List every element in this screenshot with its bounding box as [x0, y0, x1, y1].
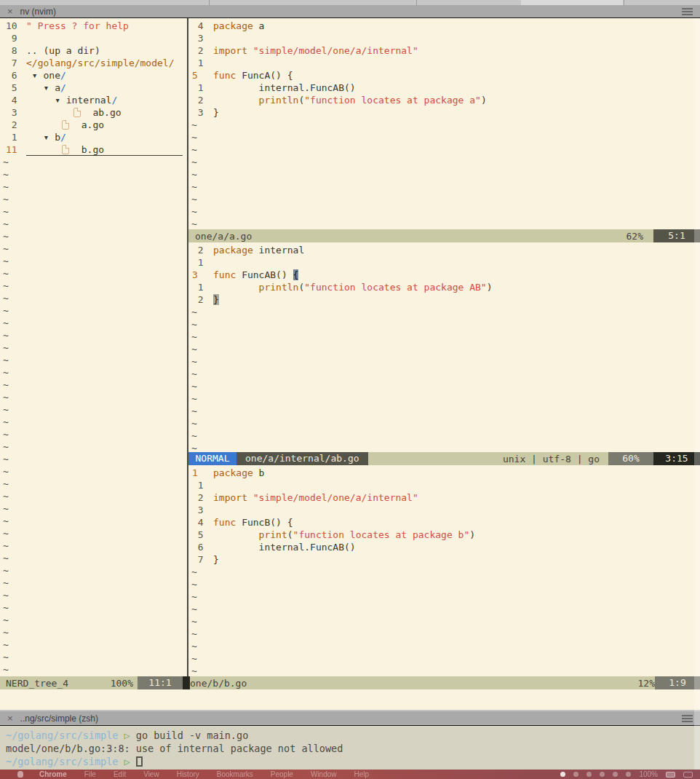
buffer-line[interactable]: 2 a.go [0, 119, 187, 131]
cursor-position-badge: 3:15 [653, 452, 700, 465]
buffer-line[interactable]: 6 ▾ one/ [0, 69, 187, 82]
status-dot-icon[interactable] [600, 772, 605, 777]
status-dot-icon[interactable] [613, 772, 618, 777]
line-number: 2 [192, 244, 204, 256]
buffer-line[interactable]: 11 b.go [0, 143, 187, 156]
status-dot-icon[interactable] [626, 772, 631, 777]
line-number: 4 [192, 20, 204, 32]
status-dot-icon[interactable] [573, 772, 578, 777]
buffer-line[interactable]: 3} [188, 106, 700, 119]
empty-line-tilde: ~ [188, 193, 700, 205]
text-segment: a [253, 20, 265, 31]
line-number: 3 [6, 106, 17, 119]
apple-logo-icon[interactable] [17, 771, 23, 778]
empty-line-tilde: ~ [0, 601, 187, 614]
buffer-line[interactable]: 5 print("function locates at package b") [188, 529, 700, 541]
hamburger-menu-icon[interactable] [682, 11, 693, 12]
text-segment: println [213, 282, 298, 293]
line-number: 3 [192, 32, 204, 44]
menubar-item-bookmarks[interactable]: Bookmarks [217, 770, 253, 778]
empty-line-tilde: ~ [0, 527, 187, 539]
line-text: package internal [213, 245, 304, 256]
buffer-line[interactable]: 9 [0, 32, 187, 44]
buffer-line[interactable]: 4 ▾ internal/ [0, 94, 187, 106]
input-source-icon[interactable] [683, 772, 693, 778]
menubar-item-view[interactable]: View [143, 770, 159, 778]
file-icon [73, 108, 81, 117]
buffer-line[interactable]: 2import "simple/model/one/a/internal" [188, 491, 700, 504]
text-segment: "function locates at package AB" [304, 282, 486, 293]
terminal-line[interactable]: model/one/b/b.go:3:8: use of internal pa… [6, 742, 694, 755]
buffer-line[interactable]: 2} [188, 293, 700, 306]
line-text: ▾ b/ [26, 132, 66, 143]
empty-line-tilde: ~ [0, 193, 187, 205]
buffer-line[interactable]: 3 ab.go [0, 106, 187, 119]
text-segment [247, 492, 253, 503]
terminal-line[interactable]: ~/golang/src/simple ▷ go build -v main.g… [6, 729, 694, 742]
buffer-line[interactable]: 1 [188, 256, 700, 269]
menubar-item-help[interactable]: Help [354, 770, 370, 778]
status-dot-icon[interactable] [586, 772, 592, 777]
editor-splits: 4package a 3 2import "simple/model/one/a… [188, 18, 700, 676]
buffer-line[interactable]: 7} [188, 553, 700, 566]
battery-icon [666, 772, 675, 778]
buffer-line[interactable]: 7</golang/src/simple/model/ [0, 57, 187, 69]
close-icon[interactable]: × [7, 5, 13, 17]
empty-line-tilde: ~ [0, 292, 187, 304]
vim-commandline[interactable] [0, 689, 700, 710]
close-icon[interactable]: × [7, 712, 13, 724]
buffer-line[interactable]: 4package a [188, 20, 700, 32]
buffer-line[interactable]: 6 internal.FuncAB() [188, 541, 700, 553]
menubar-item-window[interactable]: Window [311, 770, 337, 778]
terminal-line[interactable]: ~/golang/src/simple ▷ [6, 755, 694, 768]
buffer-line[interactable]: 1 println("function locates at package A… [188, 281, 700, 293]
editor-pane-b: 1package b 1 2import "simple/model/one/a… [188, 465, 700, 676]
buffer-line[interactable]: 2 println("function locates at package a… [188, 94, 700, 106]
buffer-line[interactable]: 3 [188, 504, 700, 516]
file-icon [62, 120, 69, 130]
menubar-item-file[interactable]: File [84, 770, 96, 778]
menubar-status-icons: 100% [560, 770, 693, 778]
zsh-terminal[interactable]: ~/golang/src/simple ▷ go build -v main.g… [0, 726, 700, 770]
buffer-line[interactable]: 3func FuncAB() { [188, 269, 700, 281]
buffer-line[interactable]: 1package b [188, 467, 700, 479]
buffer-line[interactable]: 5func FuncA() { [188, 69, 700, 82]
buffer-line[interactable]: 2import "simple/model/one/a/internal" [188, 44, 700, 57]
fileinfo-label: unix | utf-8 | go [503, 454, 600, 464]
text-segment: ab.go [87, 107, 122, 118]
empty-line-tilde: ~ [0, 181, 187, 193]
text-segment: / [60, 82, 66, 93]
tab-divider [416, 0, 417, 5]
empty-line-tilde: ~ [0, 663, 187, 676]
buffer-line[interactable]: 1 [188, 57, 700, 69]
line-text: ▾ internal/ [26, 95, 117, 106]
status-dot-icon[interactable] [560, 772, 565, 777]
buffer-line[interactable]: 1 internal.FuncAB() [188, 82, 700, 94]
buffer-line[interactable]: 4func FuncB() { [188, 516, 700, 529]
buffer-line[interactable]: 1 [188, 479, 700, 491]
text-segment: func [213, 517, 236, 528]
empty-line-tilde: ~ [0, 280, 187, 292]
text-segment: internal.FuncAB() [213, 82, 356, 93]
window-edge-strip [0, 0, 700, 5]
text-segment: / [60, 132, 66, 143]
hamburger-menu-icon[interactable] [682, 718, 693, 719]
empty-line-tilde: ~ [0, 651, 187, 663]
buffer-line[interactable]: 3 [188, 32, 700, 44]
buffer-line[interactable]: 2package internal [188, 244, 700, 256]
buffer-line[interactable]: 1 ▾ b/ [0, 131, 187, 143]
buffer-line[interactable]: 8.. (up a dir) [0, 44, 187, 57]
line-number: 5 [6, 82, 17, 94]
menubar-item-chrome[interactable]: Chrome [39, 770, 67, 778]
buffer-line[interactable]: 10" Press ? for help [0, 20, 187, 32]
line-text: package b [213, 467, 264, 478]
buffer-line[interactable]: 5 ▾ a/ [0, 82, 187, 94]
menubar-item-edit[interactable]: Edit [114, 770, 126, 778]
text-segment: ~/golang/src/simple [6, 756, 118, 767]
menubar-item-people[interactable]: People [271, 770, 293, 778]
battery-percent: 100% [639, 770, 658, 778]
empty-line-tilde: ~ [188, 665, 700, 676]
text-segment: } [213, 554, 219, 565]
menubar-item-history[interactable]: History [177, 770, 199, 778]
text-segment: model/one/b/b.go:3:8: use of internal pa… [6, 743, 343, 754]
